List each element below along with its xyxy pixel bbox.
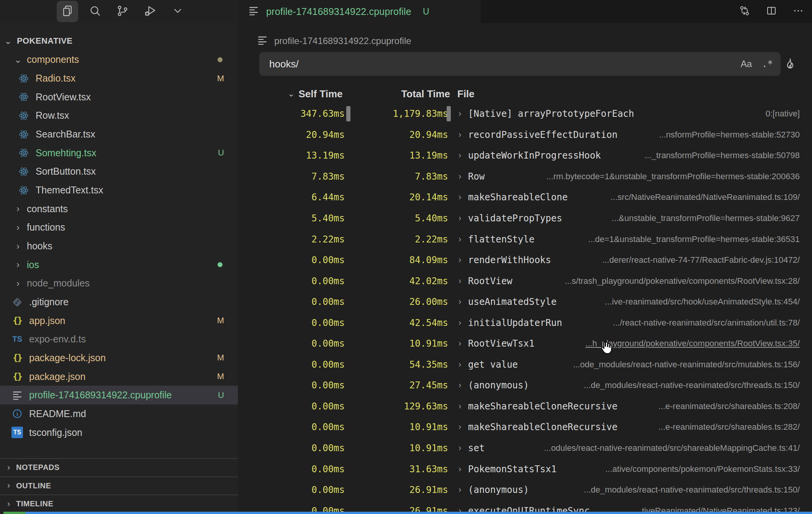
column-header-self-time[interactable]: ⌄ Self Time xyxy=(288,84,351,103)
profile-row-useanimatedstyle[interactable]: 0.00ms26.00ms›useAnimatedStyle...ive-rea… xyxy=(238,291,812,313)
expand-chevron-icon[interactable]: › xyxy=(458,480,461,501)
file-location-link[interactable]: ...de_modules/react-native-reanimated/sr… xyxy=(584,480,800,501)
expand-chevron-icon[interactable]: › xyxy=(458,187,461,208)
tree-item-themedtext-tsx[interactable]: ThemedText.tsx xyxy=(0,181,238,200)
profile-row--anonymous-[interactable]: 0.00ms26.91ms›(anonymous)...de_modules/r… xyxy=(238,480,812,501)
git-compare-button[interactable] xyxy=(736,3,753,20)
more-actions-button[interactable] xyxy=(790,3,807,20)
tree-item-functions[interactable]: ›functions xyxy=(0,218,238,237)
tree-item-profile-1741689314922-cpuprofile[interactable]: profile-1741689314922.cpuprofileU xyxy=(0,386,238,404)
expand-chevron-icon[interactable]: › xyxy=(458,291,461,313)
profile-row-makeshareableclonerecursive[interactable]: 0.00ms10.91ms›makeShareableCloneRecursiv… xyxy=(238,417,812,438)
profile-row--anonymous-[interactable]: 0.00ms27.45ms›(anonymous)...de_modules/r… xyxy=(238,375,812,396)
expand-chevron-icon[interactable]: › xyxy=(458,250,461,271)
project-root-pokenative[interactable]: ⌄POKENATIVE xyxy=(0,32,238,51)
file-location-link[interactable]: ...de_modules/react-native-reanimated/sr… xyxy=(584,375,800,396)
profile-row-get-value[interactable]: 0.00ms54.35ms›get value...ode_modules/re… xyxy=(238,354,812,375)
profile-row-row[interactable]: 7.83ms7.83ms›Row...rm.bytecode=1&unstabl… xyxy=(238,166,812,187)
expand-chevron-icon[interactable]: › xyxy=(458,103,461,124)
panel-header-outline[interactable]: ›OUTLINE xyxy=(0,476,238,495)
tab-cpuprofile[interactable]: profile-1741689314922.cpuprofile U xyxy=(238,0,481,23)
tree-item-expo-env-d-ts[interactable]: TSexpo-env.d.ts xyxy=(0,330,238,349)
match-case-toggle[interactable]: Aa xyxy=(741,59,752,69)
expand-chevron-icon[interactable]: › xyxy=(458,229,461,250)
expand-chevron-icon[interactable]: › xyxy=(458,458,461,480)
profile-row-set[interactable]: 0.00ms10.91ms›set...odules/react-native-… xyxy=(238,438,812,459)
file-location-link[interactable]: ...e-reanimated/src/shareables.ts:282/ xyxy=(658,417,800,438)
run-and-debug-button[interactable] xyxy=(139,1,161,22)
tree-item-searchbar-tsx[interactable]: SearchBar.tsx xyxy=(0,125,238,144)
panel-header-notepads[interactable]: ›NOTEPADS xyxy=(0,458,238,476)
tree-item-hooks[interactable]: ›hooks xyxy=(0,237,238,255)
tree-item-app-json[interactable]: {}app.jsonM xyxy=(0,311,238,330)
views-chevron-button[interactable] xyxy=(167,1,188,22)
expand-chevron-icon[interactable]: › xyxy=(458,354,461,375)
panel-header-timeline[interactable]: ›TIMELINE xyxy=(0,494,238,513)
source-control-button[interactable] xyxy=(112,1,133,22)
profile-row-flattenstyle[interactable]: 2.22ms2.22ms›flattenStyle...de=1&unstabl… xyxy=(238,229,812,250)
search-button[interactable] xyxy=(84,1,106,22)
profile-row-rootview[interactable]: 0.00ms42.02ms›RootView...s/trash_playgro… xyxy=(238,270,812,291)
file-location-link[interactable]: ..._transformProfile=hermes-stable:50798 xyxy=(645,145,800,166)
column-header-total-time[interactable]: Total Time xyxy=(353,84,450,103)
tree-item-package-json[interactable]: {}package.jsonM xyxy=(0,367,238,386)
file-location-link[interactable]: ...e-reanimated/src/shareables.ts:208/ xyxy=(658,396,800,417)
expand-chevron-icon[interactable]: › xyxy=(458,124,461,146)
tree-item-readme-md[interactable]: README.md xyxy=(0,404,238,423)
file-location-link[interactable]: ...&unstable_transformProfile=hermes-sta… xyxy=(612,208,800,229)
tree-item-radio-tsx[interactable]: Radio.tsxM xyxy=(0,69,238,88)
profile-row-makeshareableclone[interactable]: 6.44ms20.14ms›makeShareableClone...src/N… xyxy=(238,187,812,208)
explorer-button[interactable] xyxy=(57,1,78,22)
expand-chevron-icon[interactable]: › xyxy=(458,145,461,166)
expand-chevron-icon[interactable]: › xyxy=(458,166,461,187)
profile-row-makeshareableclonerecursive[interactable]: 0.00ms129.63ms›makeShareableCloneRecursi… xyxy=(238,396,812,417)
file-location-link[interactable]: ...src/NativeReanimated/NativeReanimated… xyxy=(611,187,800,208)
file-location-link[interactable]: ...derer/react-native-74-77/ReactFabric-… xyxy=(602,250,800,271)
profile-row-updateworkinprogresshook[interactable]: 13.19ms13.19ms›updateWorkInProgressHook.… xyxy=(238,145,812,166)
file-location-link[interactable]: ...ative/components/pokemon/PokemonStats… xyxy=(606,458,800,480)
tree-item-ios[interactable]: ›ios xyxy=(0,255,238,274)
profile-row-initialupdaterrun[interactable]: 0.00ms42.54ms›initialUpdaterRun.../react… xyxy=(238,312,812,333)
tree-item-components[interactable]: ⌄components xyxy=(0,51,238,69)
flame-graph-button[interactable] xyxy=(781,54,800,74)
column-header-file[interactable]: File xyxy=(457,84,475,103)
file-location-link[interactable]: ...ode_modules/react-native-reanimated/s… xyxy=(573,354,800,375)
tree-item-node-modules[interactable]: ›node_modules xyxy=(0,274,238,293)
file-location-link[interactable]: ...ive-reanimated/src/hook/useAnimatedSt… xyxy=(605,291,800,313)
file-location-link[interactable]: ...odules/react-native-reanimated/src/sh… xyxy=(544,438,800,459)
tree-item-row-tsx[interactable]: Row.tsx xyxy=(0,106,238,125)
split-editor-button[interactable] xyxy=(763,3,780,20)
expand-chevron-icon[interactable]: › xyxy=(458,417,461,438)
tree-item-constants[interactable]: ›constants xyxy=(0,200,238,218)
expand-chevron-icon[interactable]: › xyxy=(458,312,461,333)
profile-row-validateproptypes[interactable]: 5.40ms5.40ms›validatePropTypes...&unstab… xyxy=(238,208,812,229)
tree-item-sortbutton-tsx[interactable]: SortButton.tsx xyxy=(0,162,238,181)
profile-row-pokemonstatstsx1[interactable]: 0.00ms31.63ms›PokemonStatsTsx1...ative/c… xyxy=(238,458,812,480)
expand-chevron-icon[interactable]: › xyxy=(458,333,461,354)
file-location-link[interactable]: ...rm.bytecode=1&unstable_transformProfi… xyxy=(546,166,800,187)
regex-toggle[interactable]: .* xyxy=(762,59,773,69)
expand-chevron-icon[interactable]: › xyxy=(458,270,461,291)
file-location-link[interactable]: ...s/trash_playground/pokenative/compone… xyxy=(565,270,800,291)
file-location-link[interactable]: ...de=1&unstable_transformProfile=hermes… xyxy=(588,229,800,250)
tree-item-somehting-tsx[interactable]: Somehting.tsxU xyxy=(0,144,238,162)
profile-row-rootviewtsx1[interactable]: 0.00ms10.91ms›RootViewTsx1...h_playgroun… xyxy=(238,333,812,354)
tree-item-rootview-tsx[interactable]: RootView.tsx xyxy=(0,88,238,106)
filter-input[interactable]: hooks/ Aa .* xyxy=(259,52,781,76)
file-location-link[interactable]: .../react-native-reanimated/src/animatio… xyxy=(613,312,800,333)
tree-item-package-lock-json[interactable]: {}package-lock.jsonM xyxy=(0,349,238,367)
profile-row--native-arrayprototypeforeach[interactable]: 347.63ms1,179.83ms›[Native] arrayPrototy… xyxy=(238,103,812,124)
expand-chevron-icon[interactable]: › xyxy=(458,375,461,396)
expand-chevron-icon[interactable]: › xyxy=(458,396,461,417)
profile-row-renderwithhooks[interactable]: 0.00ms84.09ms›renderWithHooks...derer/re… xyxy=(238,250,812,271)
file-location-link[interactable]: 0:[native] xyxy=(766,103,800,124)
expand-chevron-icon[interactable]: › xyxy=(458,208,461,229)
file-location-link[interactable]: ...nsformProfile=hermes-stable:52730 xyxy=(659,124,800,146)
total-time-value: 13.19ms xyxy=(353,145,448,166)
breadcrumb[interactable]: profile-1741689314922.cpuprofile xyxy=(238,31,411,51)
profile-row-recordpassiveeffectduration[interactable]: 20.94ms20.94ms›recordPassiveEffectDurati… xyxy=(238,124,812,146)
tree-item-tsconfig-json[interactable]: TStsconfig.json xyxy=(0,423,238,442)
file-location-link[interactable]: ...h_playground/pokenative/components/Ro… xyxy=(585,333,800,354)
expand-chevron-icon[interactable]: › xyxy=(458,438,461,459)
tree-item--gitignore[interactable]: .gitignore xyxy=(0,293,238,311)
